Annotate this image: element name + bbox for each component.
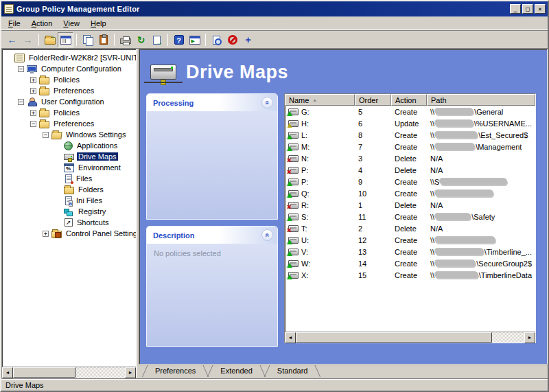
maximize-button[interactable]: □ [522, 4, 533, 14]
sidebar-item-drive-maps[interactable]: Drive Maps [2, 151, 136, 162]
sidebar-item-folders[interactable]: Folders [2, 184, 136, 195]
help-button[interactable]: ? [171, 32, 187, 47]
forward-button[interactable]: → [20, 32, 36, 47]
tree-item-label: FolderRedir-W2K8r2 [SVR-UNIT-1. [27, 54, 136, 62]
scroll-right-icon[interactable]: ► [524, 332, 535, 343]
up-one-level-button[interactable] [42, 32, 58, 47]
menu-action[interactable]: Action [26, 18, 58, 29]
collapse-chevron-icon[interactable]: « [261, 229, 273, 241]
tab-extended[interactable]: Extended [208, 365, 264, 378]
path-text: \\ [430, 213, 434, 221]
path-text: \TimberlineData [479, 271, 532, 279]
table-row[interactable]: S:11Create\\\Safety [285, 211, 535, 222]
sidebar-item-folderredir-w2k8r2-svr-unit-1-[interactable]: FolderRedir-W2K8r2 [SVR-UNIT-1. [2, 52, 136, 63]
refresh-button[interactable]: ↻ [133, 32, 149, 47]
sidebar-item-windows-settings[interactable]: −Windows Settings [2, 129, 136, 140]
tree-item-label: Registry [77, 207, 107, 216]
collapse-icon[interactable]: − [43, 132, 49, 138]
collapse-icon[interactable]: − [18, 99, 24, 105]
list-scroll-thumb[interactable] [296, 332, 492, 343]
table-row[interactable]: ×N:3DeleteN/A [285, 152, 535, 164]
block-inheritance-button[interactable] [224, 32, 240, 47]
preview-document-button[interactable] [209, 32, 224, 47]
sidebar-item-registry[interactable]: Registry [2, 206, 136, 217]
sidebar-item-preferences[interactable]: −Preferences [2, 118, 136, 129]
cell-path: N/A [427, 201, 535, 209]
sidebar-item-policies[interactable]: +Policies [2, 107, 136, 118]
tab-preferences[interactable]: Preferences [143, 365, 208, 378]
side-panels: Processing « Description « No policies s… [146, 93, 278, 357]
sidebar-item-applications[interactable]: Applications [2, 140, 136, 151]
sidebar-item-computer-configuration[interactable]: −Computer Configuration [2, 63, 136, 74]
table-row[interactable]: X:15Create\\\TimberlineData [285, 269, 535, 281]
path-text: N/A [430, 166, 443, 174]
column-header-action[interactable]: Action [391, 94, 427, 106]
print-button[interactable] [117, 32, 133, 47]
menu-file[interactable]: File [3, 18, 26, 29]
sidebar-item-preferences[interactable]: +Preferences [2, 85, 136, 96]
scroll-left-icon[interactable]: ◄ [285, 332, 296, 343]
properties-window-button[interactable] [187, 32, 202, 47]
list-horizontal-scrollbar[interactable]: ◄ ► [285, 332, 535, 343]
title-bar[interactable]: Group Policy Management Editor _ □ ✕ [1, 1, 548, 16]
expand-icon[interactable]: + [43, 231, 49, 237]
expand-icon[interactable]: + [30, 77, 36, 83]
sidebar-item-environment[interactable]: Environment [2, 162, 136, 173]
scroll-right-icon[interactable]: ► [125, 367, 136, 378]
sidebar-item-user-configuration[interactable]: −User Configuration [2, 96, 136, 107]
collapse-icon[interactable]: − [30, 121, 36, 127]
sidebar-item-ini-files[interactable]: Ini Files [2, 195, 136, 206]
table-row[interactable]: Q:10Create\\ [285, 187, 535, 199]
cell-action: Create [391, 143, 427, 151]
export-list-icon [153, 36, 161, 45]
table-row[interactable]: ×R:1DeleteN/A [285, 199, 535, 211]
menu-help[interactable]: Help [85, 18, 112, 29]
control-panel-folder-icon [51, 231, 62, 238]
copy-button[interactable] [80, 32, 95, 47]
redacted-blob [435, 249, 484, 255]
tree-scroll-thumb[interactable] [13, 367, 75, 378]
table-row[interactable]: W:14Create\\\SecureGroup2$ [285, 257, 535, 269]
list-scroll-track[interactable] [296, 332, 524, 343]
sidebar-item-shortcuts[interactable]: Shortcuts [2, 217, 136, 228]
export-list-button[interactable] [149, 32, 165, 47]
table-row[interactable]: U:12Create\\ [285, 234, 535, 246]
table-row[interactable]: ×P:4DeleteN/A [285, 164, 535, 176]
table-row[interactable]: M:7Create\\\Management [285, 141, 535, 152]
table-row[interactable]: ×T:2DeleteN/A [285, 222, 535, 234]
column-header-order[interactable]: Order [355, 94, 391, 106]
sidebar-item-policies[interactable]: +Policies [2, 74, 136, 85]
collapse-chevron-icon[interactable]: « [261, 97, 273, 108]
sidebar-item-files[interactable]: Files [2, 173, 136, 184]
add-button[interactable]: + [240, 32, 256, 47]
tree-scroll-track[interactable] [13, 367, 125, 378]
column-header-name[interactable]: Name▲ [285, 94, 355, 106]
cell-action: Create [391, 260, 427, 268]
cell-name: L: [285, 131, 355, 139]
table-row[interactable]: H:6Update\\\%USERNAME... [285, 117, 535, 129]
cell-path: \\ [427, 189, 535, 198]
scroll-left-icon[interactable]: ◄ [2, 367, 13, 378]
drive-letter: H: [301, 119, 309, 128]
drive-create-icon [288, 132, 299, 139]
sidebar-item-control-panel-settings[interactable]: +Control Panel Settings [2, 228, 136, 239]
back-button[interactable]: ← [4, 32, 20, 47]
table-row[interactable]: L:8Create\\\Est_Secured$ [285, 129, 535, 141]
minimize-button[interactable]: _ [510, 4, 521, 14]
collapse-icon[interactable]: − [18, 66, 24, 72]
tab-standard[interactable]: Standard [265, 365, 320, 378]
tree-horizontal-scrollbar[interactable]: ◄ ► [2, 367, 136, 378]
table-row[interactable]: P:9Create\\S [285, 176, 535, 187]
close-button[interactable]: ✕ [535, 4, 546, 14]
menu-view[interactable]: View [58, 18, 85, 29]
redacted-blob [435, 132, 478, 138]
column-header-path[interactable]: Path [427, 94, 535, 106]
overlay-create-icon [287, 240, 292, 244]
show-console-tree-button[interactable] [58, 32, 73, 47]
expand-icon[interactable]: + [30, 110, 36, 116]
cell-name: Q: [285, 189, 355, 198]
paste-button[interactable] [95, 32, 111, 47]
table-row[interactable]: V:13Create\\\Timberline_... [285, 246, 535, 257]
expand-icon[interactable]: + [30, 88, 36, 94]
table-row[interactable]: G:5Create\\\General [285, 106, 535, 117]
